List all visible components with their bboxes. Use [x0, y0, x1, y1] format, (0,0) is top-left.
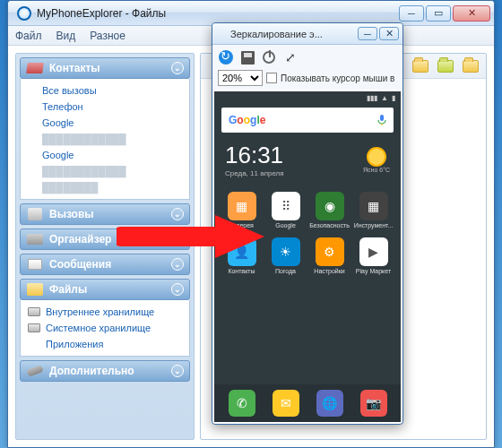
contacts-body: Все вызовы Телефон Google ████████████ G… — [20, 79, 190, 200]
app-Контакты[interactable]: 👤Контакты — [221, 237, 262, 274]
section-messages[interactable]: Сообщения ⌄ — [20, 254, 190, 275]
folder-alt-icon[interactable] — [461, 57, 480, 75]
mirror-toolbar: ⤢ — [212, 45, 402, 70]
mirror-title: Зеркалирование э... — [230, 29, 358, 39]
app-Настройки[interactable]: ⚙Настройки — [309, 237, 350, 274]
save-button[interactable] — [239, 49, 255, 65]
mic-icon[interactable] — [377, 114, 386, 126]
app-label: Погода — [275, 268, 296, 274]
mirror-window: Зеркалирование э... ─ ✕ ⤢ 20% Показывать… — [212, 22, 403, 425]
power-button[interactable] — [261, 49, 277, 65]
files-body: Внутреннее хранилище Системное хранилище… — [20, 300, 190, 357]
weather-cond: Ясно — [363, 167, 377, 173]
fullscreen-button[interactable]: ⤢ — [282, 49, 299, 65]
files-system[interactable]: Системное хранилище — [28, 320, 182, 336]
app-icon: ▶ — [359, 237, 388, 266]
section-files-label: Файлы — [49, 283, 171, 296]
section-organizer-label: Органайзер — [49, 233, 171, 246]
contacts-phone[interactable]: Телефон — [28, 99, 182, 115]
menu-file[interactable]: Файл — [15, 30, 42, 42]
app-label: Google — [275, 222, 296, 228]
contacts-google-2[interactable]: Google — [28, 147, 182, 163]
menu-misc[interactable]: Разное — [90, 30, 126, 42]
clock-date: Среда, 11 апреля — [225, 169, 284, 177]
phone-dock: ✆✉🌐📷 — [214, 384, 401, 422]
section-organizer[interactable]: Органайзер ⌄ — [20, 228, 190, 250]
app-icon: ⠿ — [272, 192, 300, 220]
contacts-blur-3: ████████ — [28, 179, 182, 195]
signal-icon: ▮▮▮ — [367, 94, 377, 102]
phone-viewport: ▮▮▮ ▲ ▮ Google 16:31 Среда, 11 апреля Яс… — [214, 91, 401, 422]
contacts-google-1[interactable]: Google — [28, 115, 182, 131]
mirror-titlebar[interactable]: Зеркалирование э... ─ ✕ — [212, 23, 402, 45]
section-files[interactable]: Файлы ⌄ — [20, 279, 190, 300]
app-icon: ◉ — [316, 192, 344, 220]
section-extra[interactable]: Дополнительно ⌄ — [20, 360, 190, 382]
files-icon — [26, 282, 44, 297]
mirror-minimize-button[interactable]: ─ — [358, 27, 377, 40]
chevron-down-icon: ⌄ — [171, 208, 184, 220]
weather-widget[interactable]: Ясно 6°C — [363, 147, 390, 173]
files-internal[interactable]: Внутреннее хранилище — [28, 304, 182, 320]
app-label: Play Маркет — [356, 268, 391, 274]
app-icon: ▦ — [359, 192, 388, 220]
app-label: Галерея — [229, 222, 254, 228]
dock-app[interactable]: 🌐 — [316, 390, 343, 417]
app-Инструмент...[interactable]: ▦Инструмент... — [353, 192, 394, 228]
refresh-icon — [219, 50, 233, 65]
mirror-close-button[interactable]: ✕ — [379, 27, 399, 40]
folder-new-icon[interactable] — [411, 57, 430, 75]
files-internal-label: Внутреннее хранилище — [46, 306, 154, 317]
app-label: Контакты — [228, 268, 255, 274]
save-icon — [241, 51, 255, 65]
app-label: Безопасность — [309, 222, 350, 228]
minimize-button[interactable]: ─ — [399, 5, 424, 22]
dock-app[interactable]: ✆ — [229, 390, 255, 417]
section-messages-label: Сообщения — [49, 258, 171, 271]
section-calls[interactable]: Вызовы ⌄ — [20, 203, 190, 225]
clock-widget[interactable]: 16:31 Среда, 11 апреля Ясно 6°C — [214, 136, 401, 183]
refresh-button[interactable] — [218, 49, 234, 65]
phone-screen[interactable]: ▮▮▮ ▲ ▮ Google 16:31 Среда, 11 апреля Яс… — [214, 91, 401, 422]
section-extra-label: Дополнительно — [49, 365, 171, 377]
dock-app[interactable]: 📷 — [360, 390, 387, 417]
google-search-bar[interactable]: Google — [221, 108, 394, 133]
close-button[interactable]: ✕ — [453, 5, 490, 22]
cursor-checkbox[interactable] — [266, 73, 277, 83]
app-icon — [17, 6, 31, 21]
files-apps[interactable]: Приложения — [28, 336, 182, 352]
chevron-down-icon: ⌄ — [171, 233, 184, 246]
app-Галерея[interactable]: ▦Галерея — [221, 192, 262, 228]
menu-view[interactable]: Вид — [56, 30, 76, 42]
weather-temp: 6°C — [379, 167, 390, 173]
drive-icon — [28, 307, 40, 316]
app-icon: ⚙ — [316, 237, 344, 266]
maximize-button[interactable]: ▭ — [426, 5, 451, 22]
app-Google[interactable]: ⠿Google — [265, 192, 306, 228]
folder-search-icon[interactable] — [436, 57, 455, 75]
organizer-icon — [26, 232, 44, 246]
app-Безопасность[interactable]: ◉Безопасность — [309, 192, 350, 228]
drive-icon — [28, 323, 40, 332]
zoom-select[interactable]: 20% — [218, 70, 263, 86]
app-Play Маркет[interactable]: ▶Play Маркет — [353, 237, 394, 274]
svg-rect-0 — [380, 115, 384, 121]
google-logo: Google — [229, 114, 265, 126]
contacts-blur-1: ████████████ — [28, 131, 182, 147]
dock-app[interactable]: ✉ — [273, 390, 299, 417]
chevron-down-icon: ⌄ — [171, 283, 184, 296]
section-contacts-label: Контакты — [49, 62, 171, 74]
section-contacts[interactable]: Контакты ⌄ — [20, 57, 190, 79]
sun-icon — [367, 147, 386, 167]
app-icon — [216, 29, 227, 39]
messages-icon — [26, 257, 44, 271]
wifi-icon: ▲ — [381, 94, 388, 102]
app-icon: ▦ — [228, 192, 256, 220]
power-icon — [263, 51, 275, 64]
app-Погода[interactable]: ☀Погода — [265, 237, 306, 274]
contacts-all-calls[interactable]: Все вызовы — [28, 82, 182, 99]
contacts-blur-2: ████████████ — [28, 163, 182, 179]
phone-statusbar: ▮▮▮ ▲ ▮ — [214, 91, 401, 104]
fullscreen-icon: ⤢ — [285, 50, 296, 65]
contacts-icon — [26, 61, 44, 75]
